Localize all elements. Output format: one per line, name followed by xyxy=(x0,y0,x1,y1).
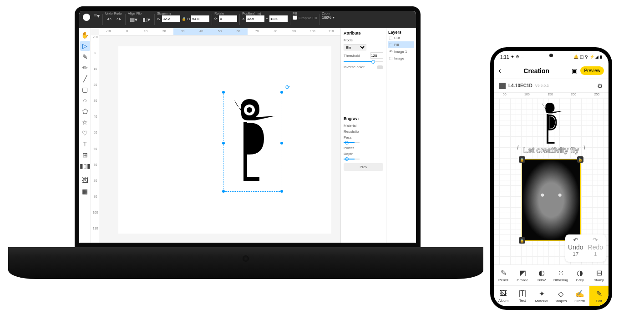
device-name: L4-10EC1D xyxy=(508,83,532,88)
attribute-panel: Attribute Mode Bin Threshold Inverse col… xyxy=(340,28,386,243)
phone-ruler: 50100150200250 xyxy=(494,93,609,98)
barcode-tool[interactable]: ▮▯▮ xyxy=(80,161,90,171)
zoom-dropdown-icon[interactable]: ▾ xyxy=(333,15,335,20)
threshold-slider[interactable] xyxy=(344,61,383,62)
pass-slider[interactable] xyxy=(344,142,360,143)
settings-button[interactable]: ⚙ xyxy=(597,82,603,90)
save-button[interactable]: ▣ xyxy=(572,67,578,75)
left-toolbar: ✋ ▷ ✎ ✏ ╱ ▢ ○ ⬠ ☆ ♡ T ⊞ ▮▯▮ 🖼 ▦ xyxy=(79,28,91,243)
text-tool[interactable]: T xyxy=(80,139,90,149)
layer-item[interactable]: ⬚Fill xyxy=(388,41,414,48)
fill-checkbox[interactable] xyxy=(293,15,297,20)
creativity-text[interactable]: Let creativity fly xyxy=(523,146,579,155)
phone-bird-logo[interactable] xyxy=(538,101,565,146)
resize-handle[interactable] xyxy=(280,190,283,193)
ellipse-tool[interactable]: ○ xyxy=(80,95,90,105)
layer-icon: ⬚ xyxy=(389,43,393,47)
preview-button[interactable]: Prev xyxy=(344,163,383,171)
mode-b&w[interactable]: ◐B&W xyxy=(532,265,551,285)
inverse-toggle[interactable] xyxy=(377,65,383,69)
polygon-tool[interactable]: ⬠ xyxy=(80,106,90,116)
h-prefix: H xyxy=(188,17,190,21)
text-icon: |T| xyxy=(518,289,527,298)
tool-text[interactable]: |T|Text xyxy=(513,286,532,306)
layer-item[interactable]: ⬚Image xyxy=(388,55,414,62)
top-toolbar: ≡▾ Undo Redo ↶ ↷ Align Flip xyxy=(79,11,416,28)
tool-shapes[interactable]: ◇Shapes xyxy=(551,286,570,306)
menu-button[interactable]: ≡▾ xyxy=(92,12,101,20)
phone-redo-button[interactable]: ↷ Redo1 xyxy=(588,236,603,260)
material-label: Material xyxy=(344,124,356,128)
phone-undo-button[interactable]: ↶ Undo17 xyxy=(568,236,583,260)
lock-aspect-icon[interactable]: 🔒 xyxy=(182,17,186,21)
pen-tool[interactable]: ✎ xyxy=(80,52,90,62)
layer-item[interactable]: 👁image 1 xyxy=(388,48,414,55)
mode-gcode[interactable]: ◩GCode xyxy=(513,265,532,285)
stamp-icon: ⊟ xyxy=(596,269,602,277)
qr-tool[interactable]: ⊞ xyxy=(80,150,90,160)
zoom-value[interactable]: 100% xyxy=(322,15,331,20)
undo-redo-dock: ↶ Undo17 ↷ Redo1 xyxy=(565,234,606,262)
back-button[interactable]: ‹ xyxy=(498,66,501,75)
select-tool[interactable]: ▷ xyxy=(80,41,90,51)
pencil-tool[interactable]: ✏ xyxy=(80,63,90,73)
star-tool[interactable]: ☆ xyxy=(80,117,90,127)
mode-stamp[interactable]: ⊟Stamp xyxy=(589,265,609,285)
rotate-handle-icon[interactable]: ⟳ xyxy=(285,84,290,90)
x-input[interactable] xyxy=(246,15,264,22)
align-button[interactable]: ▦▾ xyxy=(128,15,139,24)
y-input[interactable] xyxy=(269,15,288,22)
folder-tool[interactable]: ▦ xyxy=(80,186,90,196)
resize-handle[interactable] xyxy=(222,142,225,145)
canvas[interactable]: ⟳ xyxy=(118,46,331,234)
redo-button[interactable]: ↷ xyxy=(115,15,123,24)
pencil-icon: ✎ xyxy=(501,269,507,277)
inverse-label: Inverse color xyxy=(344,65,365,69)
app-logo-icon[interactable] xyxy=(83,14,90,21)
threshold-input[interactable] xyxy=(370,52,383,59)
resize-handle[interactable] xyxy=(280,91,283,94)
line-tool[interactable]: ╱ xyxy=(80,74,90,84)
rect-tool[interactable]: ▢ xyxy=(80,85,90,95)
layers-panel: Layers ⬚Cut⬚Fill👁image 1⬚Image xyxy=(386,28,416,243)
heart-tool[interactable]: ♡ xyxy=(80,128,90,138)
tool-material[interactable]: ✦Material xyxy=(532,286,551,306)
tool-album[interactable]: 🖼Album xyxy=(494,286,513,306)
tiger-image[interactable]: 🔒 🔒 🔒 ⤡ xyxy=(522,159,581,241)
lock-handle-icon[interactable]: 🔒 xyxy=(577,156,583,163)
attribute-title: Attribute xyxy=(344,31,383,35)
rotate-input[interactable] xyxy=(219,15,237,22)
image-tool[interactable]: 🖼 xyxy=(80,175,90,185)
canvas-area[interactable]: -100102030405060708090100110 -1001020304… xyxy=(91,28,340,243)
lock-handle-icon[interactable]: 🔒 xyxy=(519,156,525,163)
mode-dithering[interactable]: ⁙Dithering xyxy=(551,265,570,285)
mode-grey[interactable]: ◑Grey xyxy=(570,265,589,285)
depth-slider[interactable] xyxy=(344,159,360,159)
layer-icon: ⬚ xyxy=(389,36,393,40)
tool-edit[interactable]: ✎Edit xyxy=(589,286,609,306)
horizontal-ruler: -100102030405060708090100110 xyxy=(99,28,340,35)
bird-logo-image[interactable] xyxy=(228,95,278,186)
resize-handle[interactable] xyxy=(280,142,283,145)
layer-item[interactable]: ⬚Cut xyxy=(388,35,414,41)
resize-handle[interactable] xyxy=(222,91,225,94)
mode-select[interactable]: Bin xyxy=(344,44,366,50)
shapes-icon: ◇ xyxy=(558,289,563,298)
layer-icon: 👁 xyxy=(389,50,393,54)
laptop-base xyxy=(8,247,483,279)
mode-pencil[interactable]: ✎Pencil xyxy=(494,265,513,285)
tool-graffiti[interactable]: ✍Graffiti xyxy=(570,286,589,306)
device-icon xyxy=(499,83,506,89)
lock-handle-icon[interactable]: 🔒 xyxy=(519,237,525,244)
redo-label: Redo xyxy=(114,12,122,15)
preview-button[interactable]: Preview xyxy=(580,66,604,75)
device-bar: L4-10EC1D V6.5.0.3 ⚙ xyxy=(494,79,609,93)
engrave-title: Engravi xyxy=(344,116,383,121)
flip-button[interactable]: ◧▾ xyxy=(141,15,152,24)
phone-canvas[interactable]: 50100150200250 Let creativity fly 🔒 🔒 🔒 … xyxy=(494,93,609,264)
resize-handle[interactable] xyxy=(222,190,225,193)
width-input[interactable] xyxy=(162,15,180,22)
hand-tool[interactable]: ✋ xyxy=(80,30,90,40)
undo-button[interactable]: ↶ xyxy=(105,15,113,24)
height-input[interactable] xyxy=(191,15,209,22)
